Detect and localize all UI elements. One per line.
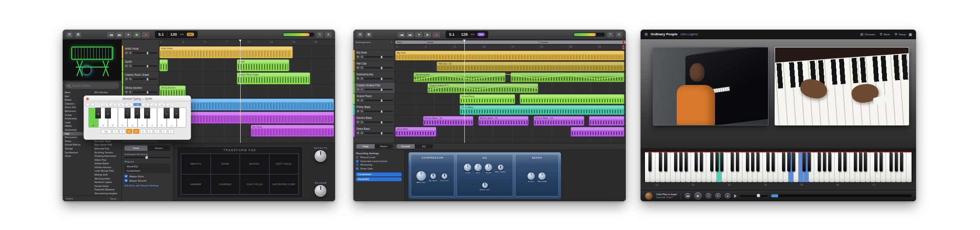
checkbox[interactable]	[356, 156, 359, 159]
piano-white-key[interactable]	[824, 152, 829, 182]
mute-button[interactable]: M	[356, 66, 359, 69]
piano-white-key[interactable]	[778, 152, 783, 182]
piano-white-key[interactable]	[681, 152, 686, 182]
region[interactable]: Prime Bass	[460, 105, 624, 115]
editor-toggle-icon[interactable]: ▦	[366, 32, 372, 37]
timeline-ruler[interactable]: 13579111315	[159, 40, 335, 46]
solo-button[interactable]: S	[360, 66, 363, 69]
transform-pad-snapshot[interactable]: MOVING	[240, 154, 269, 174]
library-patch[interactable]: Ethereal Pad	[92, 147, 121, 151]
piano-white-key[interactable]	[901, 152, 906, 182]
region[interactable]: Deep Bass	[395, 127, 436, 137]
lcd-time-signature[interactable]: 4/4	[471, 33, 474, 36]
library-patch[interactable]: Evolving Texture	[92, 151, 121, 155]
track-header[interactable]: Classic Rock Organ M S	[122, 72, 159, 85]
checkbox[interactable]	[356, 167, 359, 170]
piano-white-key[interactable]	[860, 152, 866, 182]
piano-white-key[interactable]	[829, 152, 835, 182]
track-header[interactable]: Artist Vocal M S	[122, 46, 159, 59]
rewind-button[interactable]: ◀◀	[398, 32, 405, 37]
mute-button[interactable]: M	[356, 121, 359, 124]
track-header[interactable]: Prime Bass M S	[353, 105, 395, 115]
modifier-key[interactable]: V	[168, 129, 174, 134]
play-button[interactable]: ▶	[133, 32, 141, 37]
knob[interactable]	[527, 172, 535, 180]
plugin-item[interactable]: Compressor	[125, 169, 170, 172]
track-volume-slider[interactable]	[364, 78, 393, 79]
piano-white-key[interactable]	[732, 152, 737, 182]
transform-pad-snapshot[interactable]: CHARGED	[211, 174, 240, 195]
modifier-key[interactable]: 8	[140, 129, 146, 134]
track-header[interactable]: Grand Piano M S	[353, 94, 395, 105]
octave-cell[interactable]: C2	[125, 103, 133, 106]
piano-white-key[interactable]	[866, 152, 871, 182]
library-patch[interactable]: Epic Hover Pad	[92, 143, 121, 147]
region[interactable]: Electro Bass - 16	[478, 116, 529, 126]
lesson-note-line2[interactable]: How Did I Play?	[656, 196, 677, 199]
solo-button[interactable]: S	[360, 55, 363, 58]
knob[interactable]	[464, 164, 471, 171]
region[interactable]	[571, 127, 625, 137]
checkbox[interactable]	[356, 163, 359, 166]
piano-white-key[interactable]	[799, 152, 804, 182]
knob[interactable]	[482, 183, 488, 188]
track-volume-slider[interactable]	[364, 89, 393, 90]
region[interactable]: Sweeping Arp	[413, 72, 506, 82]
transform-pad-grid[interactable]: SMOOTHSHINEMOVINGSOFT VOCALHAMMERCHARGED…	[181, 153, 299, 195]
track-volume-slider[interactable]	[364, 67, 393, 68]
setting-row[interactable]: Monitoring	[356, 163, 402, 166]
tab[interactable]: Controls	[396, 144, 415, 149]
track-volume-slider[interactable]	[364, 122, 393, 123]
piano-white-key[interactable]	[706, 152, 712, 182]
titlebar-button[interactable]: ≣ Mixer	[879, 32, 890, 36]
piano-white-key[interactable]	[650, 152, 655, 182]
lcd-tempo[interactable]: 130	[171, 32, 177, 37]
black-key[interactable]: E	[105, 108, 111, 118]
library-patch[interactable]: Ocean Deep	[92, 184, 121, 188]
track-header[interactable]: Synth M S	[122, 59, 159, 72]
octave-strip[interactable]: C-1C0C1C2C3C4C5C6C7	[101, 103, 174, 106]
checkbox[interactable]	[124, 175, 128, 178]
transform-pad-snapshot[interactable]: SATURATED OVER	[269, 174, 299, 195]
piano-white-key[interactable]	[845, 152, 850, 182]
piano-white-key[interactable]	[819, 152, 825, 182]
octave-cell[interactable]: C5	[150, 103, 158, 106]
region[interactable]	[589, 116, 624, 126]
record-button[interactable]: ●	[433, 32, 440, 37]
piano-white-key[interactable]	[742, 152, 748, 182]
mute-button[interactable]: M	[125, 51, 128, 54]
octave-cell[interactable]: C-1	[101, 103, 109, 106]
piano-white-key[interactable]	[789, 152, 794, 182]
library-patch[interactable]: Infinite Horizon	[92, 166, 121, 169]
solo-button[interactable]: S	[129, 91, 132, 94]
stop-button[interactable]: ■	[124, 32, 132, 37]
knob[interactable]	[430, 173, 436, 179]
arrangement-marker[interactable]: Chorus	[538, 41, 626, 44]
piano-white-key[interactable]	[896, 152, 901, 182]
solo-button[interactable]: S	[360, 88, 363, 91]
musical-typing-titlebar[interactable]: Musical Typing — Synth	[84, 96, 191, 101]
piano-white-key[interactable]	[886, 152, 891, 182]
modifier-key[interactable]: 4	[112, 129, 118, 134]
track-volume-slider[interactable]	[133, 52, 157, 54]
library-patch[interactable]: Mellow Drift	[92, 173, 121, 177]
library-search[interactable]	[65, 82, 119, 89]
track-volume-slider[interactable]	[364, 111, 393, 112]
library-category[interactable]: Synthesizer	[63, 151, 92, 155]
rewind-button[interactable]: ◀◀	[685, 193, 691, 199]
octave-cell[interactable]: C1	[117, 103, 125, 106]
mute-button[interactable]: M	[356, 110, 359, 113]
piano-white-key[interactable]	[876, 152, 881, 182]
region[interactable]: Classic Analog Pad	[427, 83, 538, 93]
checkbox[interactable]	[124, 179, 128, 182]
library-patch[interactable]: Glass Pad	[92, 158, 121, 162]
region[interactable]: My Vocal	[251, 125, 334, 137]
region[interactable]: Grand Piano	[460, 94, 515, 104]
region[interactable]	[159, 59, 168, 71]
cycle-button[interactable]: ↻	[715, 193, 721, 199]
modifier-key[interactable]: 5	[119, 129, 125, 134]
region[interactable]: Big Note	[395, 51, 624, 61]
stop-button[interactable]: ■	[415, 32, 423, 37]
library-patch[interactable]: Shimmering Heights	[92, 192, 121, 195]
tab[interactable]: Master	[375, 144, 393, 149]
